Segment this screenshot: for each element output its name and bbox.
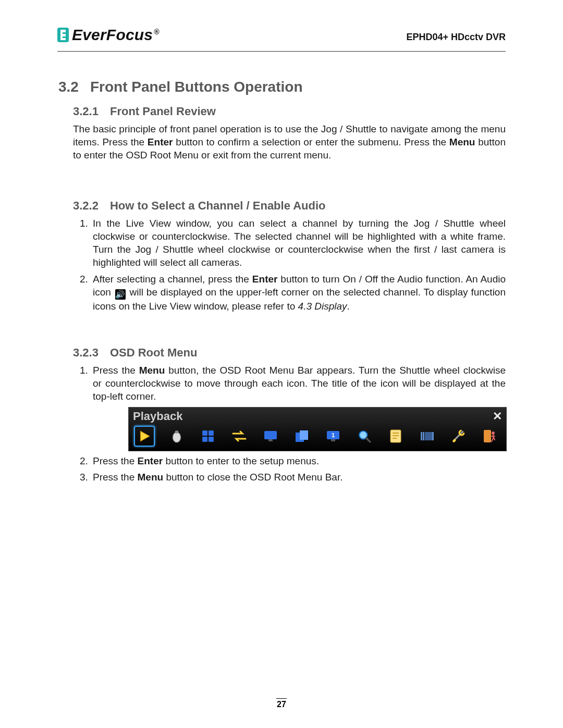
brand-name: EverFocus® bbox=[72, 26, 160, 44]
audio-icon: 🔊 bbox=[115, 289, 126, 300]
osd-multiview-icon[interactable] bbox=[199, 427, 217, 446]
registered-mark: ® bbox=[154, 28, 160, 36]
svg-rect-26 bbox=[484, 430, 491, 442]
para-3-2-1: The basic principle of front panel opera… bbox=[73, 122, 506, 162]
list-item: After selecting a channel, press the Ent… bbox=[91, 273, 506, 313]
svg-marker-1 bbox=[140, 431, 149, 441]
bold-menu: Menu bbox=[138, 472, 164, 483]
list-item: Press the Enter button to enter to the s… bbox=[91, 454, 506, 467]
svg-rect-5 bbox=[209, 430, 214, 436]
svg-text:1: 1 bbox=[332, 432, 335, 438]
list-3-2-3: Press the Menu button, the OSD Root Menu… bbox=[73, 364, 506, 484]
brand-logo-icon bbox=[57, 28, 69, 42]
heading-number: 3.2.3 bbox=[73, 346, 99, 359]
svg-rect-23 bbox=[425, 432, 432, 440]
osd-root-menu-bar: Playback ✕ bbox=[128, 407, 507, 451]
osd-copy-icon[interactable] bbox=[292, 427, 311, 446]
osd-logout-icon[interactable] bbox=[480, 427, 499, 446]
osd-camera-icon[interactable] bbox=[167, 427, 186, 446]
close-icon[interactable]: ✕ bbox=[493, 409, 502, 424]
brand: EverFocus® bbox=[57, 26, 160, 44]
osd-sequence-icon[interactable] bbox=[230, 427, 249, 446]
bold-menu: Menu bbox=[449, 137, 475, 147]
svg-rect-13 bbox=[331, 439, 335, 441]
heading-title: How to Select a Channel / Enable Audio bbox=[110, 199, 326, 212]
heading-3-2-3: 3.2.3OSD Root Menu bbox=[73, 346, 506, 360]
svg-rect-7 bbox=[209, 437, 214, 442]
osd-display-icon[interactable] bbox=[261, 427, 280, 446]
svg-rect-6 bbox=[202, 437, 207, 442]
list-item: Press the Menu button, the OSD Root Menu… bbox=[91, 364, 506, 451]
bold-enter: Enter bbox=[252, 274, 278, 285]
list-item: Press the Menu button to close the OSD R… bbox=[91, 471, 506, 484]
heading-number: 3.2.2 bbox=[73, 199, 99, 212]
italic-ref: 4.3 Display bbox=[298, 301, 347, 312]
svg-rect-9 bbox=[268, 439, 273, 441]
svg-rect-21 bbox=[421, 432, 422, 440]
osd-playback-icon[interactable] bbox=[134, 426, 155, 447]
svg-rect-11 bbox=[300, 430, 308, 440]
heading-3-2-2: 3.2.2How to Select a Channel / Enable Au… bbox=[73, 199, 506, 213]
svg-line-16 bbox=[366, 438, 370, 442]
product-label: EPHD04+ HDcctv DVR bbox=[406, 32, 506, 44]
heading-title: OSD Root Menu bbox=[110, 346, 197, 359]
svg-rect-8 bbox=[264, 431, 277, 439]
heading-3-2: 3.2Front Panel Buttons Operation bbox=[58, 79, 506, 95]
heading-3-2-1: 3.2.1Front Panel Review bbox=[73, 105, 506, 118]
heading-title: Front Panel Buttons Operation bbox=[90, 79, 303, 95]
heading-title: Front Panel Review bbox=[110, 105, 216, 118]
list-3-2-2: In the Live View window, you can select … bbox=[73, 217, 506, 312]
page-footer: 27 bbox=[0, 698, 563, 709]
svg-rect-24 bbox=[432, 432, 434, 440]
svg-rect-3 bbox=[175, 430, 179, 433]
osd-search-icon[interactable] bbox=[355, 427, 374, 446]
osd-tools-icon[interactable] bbox=[449, 427, 468, 446]
svg-rect-4 bbox=[202, 430, 207, 436]
heading-number: 3.2.1 bbox=[73, 105, 99, 118]
heading-number: 3.2 bbox=[58, 79, 79, 95]
bold-enter: Enter bbox=[148, 137, 173, 147]
bold-enter: Enter bbox=[138, 455, 163, 466]
osd-event-icon[interactable] bbox=[386, 427, 405, 446]
page-header: EverFocus® EPHD04+ HDcctv DVR bbox=[57, 26, 506, 52]
osd-record-icon[interactable]: 1 bbox=[324, 427, 342, 446]
svg-rect-22 bbox=[423, 432, 424, 440]
osd-schedule-icon[interactable] bbox=[418, 427, 436, 446]
osd-title: Playback bbox=[133, 409, 182, 424]
page-number: 27 bbox=[277, 700, 286, 709]
svg-point-2 bbox=[173, 432, 180, 442]
list-item: In the Live View window, you can select … bbox=[91, 217, 506, 269]
bold-menu: Menu bbox=[139, 365, 165, 376]
